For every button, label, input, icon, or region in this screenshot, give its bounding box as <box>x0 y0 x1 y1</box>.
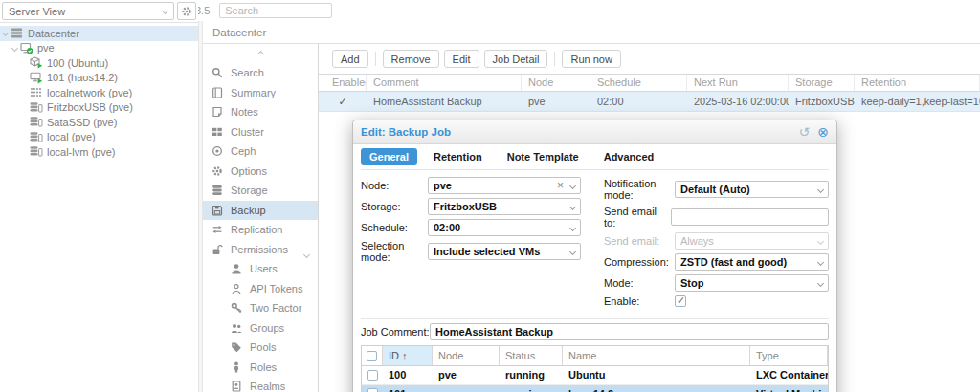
job-comment-input[interactable] <box>430 323 829 340</box>
tree-item-datacenter[interactable]: Datacenter <box>0 26 198 41</box>
users-group-icon <box>231 322 246 334</box>
selection-mode-combobox[interactable]: Include selected VMs <box>428 243 581 260</box>
column-header-type[interactable]: Type <box>750 346 828 365</box>
tree-item-local[interactable]: local (pve) <box>0 130 198 145</box>
tab-note-template[interactable]: Note Template <box>499 148 588 165</box>
node-combobox[interactable]: pve × <box>428 177 581 194</box>
add-button[interactable]: Add <box>332 50 368 68</box>
expander-icon[interactable] <box>0 31 10 35</box>
unlock-icon <box>212 244 227 255</box>
tab-retention[interactable]: Retention <box>425 148 491 165</box>
mode-combobox[interactable]: Stop <box>675 274 829 292</box>
remove-button[interactable]: Remove <box>383 50 439 68</box>
row-checkbox[interactable] <box>368 388 378 392</box>
menu-item-options[interactable]: Options <box>203 162 318 182</box>
menu-item-summary[interactable]: Summary <box>203 83 318 103</box>
menu-item-roles[interactable]: Roles <box>203 358 318 378</box>
send-email-to-input[interactable] <box>671 208 829 226</box>
column-header-schedule[interactable]: Schedule <box>590 75 687 91</box>
menu-item-storage[interactable]: Storage <box>203 181 318 201</box>
menu-item-notes[interactable]: Notes <box>203 102 318 122</box>
sort-ascending-icon: ↑ <box>402 350 408 361</box>
breadcrumb: Datacenter <box>203 21 980 44</box>
column-header-retention[interactable]: Retention <box>855 75 980 91</box>
lxc-running-icon <box>29 56 43 69</box>
column-header-node[interactable]: Node <box>522 75 590 91</box>
close-icon[interactable]: ⊗ <box>817 125 829 139</box>
table-row[interactable]: 101 pve running haos14.2 Virtual Machine <box>362 385 828 392</box>
chevron-down-icon <box>817 185 824 192</box>
menu-item-cluster[interactable]: Cluster <box>203 122 318 142</box>
undo-icon[interactable]: ↺ <box>799 125 811 139</box>
toolbar-separator <box>554 52 555 66</box>
notification-mode-combobox[interactable]: Default (Auto) <box>675 181 829 198</box>
menu-collapse-button[interactable] <box>203 44 318 57</box>
menu-item-permissions[interactable]: Permissions <box>203 240 318 260</box>
row-checkbox[interactable] <box>368 370 378 381</box>
column-header-comment[interactable]: Comment <box>367 75 522 91</box>
tree-item-101-haos[interactable]: 101 (haos14.2) <box>0 71 198 86</box>
column-header-next-run[interactable]: Next Run <box>687 75 789 91</box>
menu-item-two-factor[interactable]: Two Factor <box>203 298 318 318</box>
table-row[interactable]: ✓ HomeAssistant Backup pve 02:00 2025-03… <box>319 92 980 112</box>
jobs-table-header: Enabled Comment Node Schedule Next Run S… <box>319 74 980 92</box>
menu-item-users[interactable]: Users <box>203 259 318 279</box>
column-header-status[interactable]: Status <box>500 346 563 365</box>
tree-item-fritzboxusb[interactable]: FritzboxUSB (pve) <box>0 100 198 116</box>
tree-item-localnetwork[interactable]: localnetwork (pve) <box>0 85 198 100</box>
chevron-down-icon <box>304 248 309 259</box>
chevron-down-icon <box>569 182 576 188</box>
menu-item-groups[interactable]: Groups <box>203 318 318 338</box>
search-icon <box>212 67 227 78</box>
tree-settings-button[interactable] <box>177 2 196 20</box>
column-header-name[interactable]: Name <box>563 346 750 365</box>
column-header-enabled[interactable]: Enabled <box>319 75 367 91</box>
expander-icon[interactable] <box>10 46 19 51</box>
view-selector[interactable]: Server View <box>2 2 174 20</box>
note-icon <box>212 106 227 118</box>
toolbar-separator <box>375 52 376 66</box>
vm-running-icon <box>29 72 43 84</box>
tab-advanced[interactable]: Advanced <box>595 148 663 165</box>
form-separator <box>361 318 829 319</box>
enable-checkbox[interactable] <box>675 295 686 307</box>
run-now-button[interactable]: Run now <box>562 50 620 68</box>
tree-item-local-lvm[interactable]: local-lvm (pve) <box>0 144 198 160</box>
menu-item-realms[interactable]: Realms <box>203 377 318 392</box>
table-row[interactable]: 100 pve running Ubuntu LXC Container <box>362 366 828 385</box>
column-header-node[interactable]: Node <box>433 346 500 365</box>
tab-general[interactable]: General <box>361 148 417 165</box>
tree-item-satassd[interactable]: SataSSD (pve) <box>0 115 198 130</box>
chevron-down-icon <box>162 8 168 14</box>
floppy-icon <box>212 205 227 216</box>
chevron-down-icon <box>817 279 824 286</box>
storage-combobox[interactable]: FritzboxUSB <box>428 198 581 215</box>
select-all-checkbox[interactable] <box>362 346 383 365</box>
job-detail-button[interactable]: Job Detail <box>484 50 548 68</box>
tree-item-100-ubuntu[interactable]: 100 (Ubuntu) <box>0 55 198 71</box>
resource-tree-panel: Server View Datacenter pve <box>0 0 198 371</box>
tag-icon <box>231 341 246 353</box>
clear-icon[interactable]: × <box>557 179 564 192</box>
schedule-combobox[interactable]: 02:00 <box>428 219 581 236</box>
column-header-id[interactable]: ID ↑ <box>383 346 433 365</box>
menu-item-api-tokens[interactable]: API Tokens <box>203 279 318 299</box>
compression-combobox[interactable]: ZSTD (fast and good) <box>675 253 829 271</box>
menu-item-backup[interactable]: Backup <box>203 201 318 221</box>
page-title: Datacenter <box>212 27 266 38</box>
edit-button[interactable]: Edit <box>444 50 479 68</box>
column-header-storage[interactable]: Storage <box>789 75 855 91</box>
menu-item-pools[interactable]: Pools <box>203 338 318 358</box>
storage-icon <box>29 116 43 128</box>
form-column-right: Notification mode: Default (Auto) Send e… <box>604 177 829 311</box>
menu-item-replication[interactable]: Replication <box>203 220 318 240</box>
proxmox-app: X PROXMOX Virtual Environment 8.3.5 Serv… <box>0 0 980 392</box>
menu-item-search[interactable]: Search <box>203 63 318 83</box>
search-input[interactable] <box>219 3 332 18</box>
guest-selection-table: ID ↑ Node Status Name Type 100 pve runni… <box>361 345 829 392</box>
menu-item-ceph[interactable]: Ceph <box>203 142 318 162</box>
tree-item-pve[interactable]: pve <box>0 41 198 56</box>
database-icon <box>212 185 227 196</box>
dialog-titlebar[interactable]: Edit: Backup Job ↺ ⊗ <box>353 120 836 144</box>
network-icon <box>29 86 43 98</box>
